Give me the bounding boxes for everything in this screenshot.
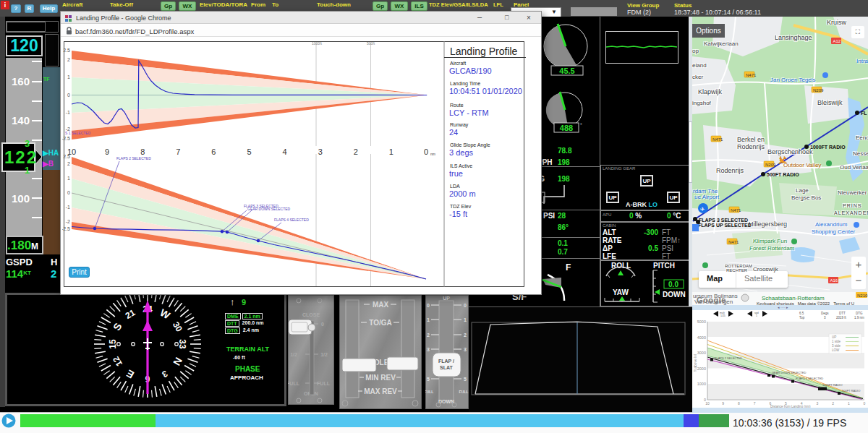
- svg-text:Schaatsbaan-Rotterdam: Schaatsbaan-Rotterdam: [762, 295, 825, 301]
- svg-text:0: 0: [427, 303, 430, 308]
- svg-text:10: 10: [705, 401, 710, 406]
- svg-text:eland: eland: [692, 62, 707, 69]
- svg-text:4: 4: [283, 147, 287, 156]
- svg-text:DOWN: DOWN: [663, 291, 686, 299]
- svg-text:nm: nm: [430, 152, 435, 156]
- svg-text:PRINS: PRINS: [843, 203, 861, 208]
- svg-text:9: 9: [105, 147, 109, 156]
- svg-text:33: 33: [177, 339, 187, 349]
- svg-text:DTG: DTG: [856, 312, 863, 315]
- svg-text:Distance from Landing (nm): Distance from Landing (nm): [770, 405, 811, 408]
- svg-text:1000ft: 1000ft: [312, 41, 323, 46]
- svg-text:Top: Top: [799, 316, 805, 320]
- svg-text:Lansinghage: Lansinghage: [775, 34, 812, 41]
- svg-text:Rodenrijs: Rodenrijs: [716, 167, 744, 174]
- svg-text:FLAPS UP SELECTED: FLAPS UP SELECTED: [698, 223, 752, 228]
- svg-text:ALEXANDER: ALEXANDER: [834, 210, 868, 215]
- svg-text:3: 3: [824, 316, 826, 320]
- svg-text:0: 0: [67, 93, 70, 98]
- svg-text:5000: 5000: [697, 320, 706, 324]
- svg-text:500FT RADIO: 500FT RADIO: [767, 172, 799, 177]
- svg-text:198: 198: [558, 158, 570, 166]
- svg-text:3: 3: [464, 347, 467, 352]
- svg-text:A16: A16: [830, 278, 838, 283]
- svg-text:✈: ✈: [700, 206, 705, 213]
- svg-text:UP: UP: [832, 335, 836, 339]
- svg-text:78.8: 78.8: [558, 147, 572, 155]
- svg-text:500ft: 500ft: [367, 41, 375, 46]
- svg-text:2: 2: [354, 147, 358, 156]
- svg-text:7: 7: [754, 401, 756, 406]
- svg-text:4000: 4000: [697, 335, 706, 340]
- svg-text:N471: N471: [712, 137, 723, 142]
- svg-text:1: 1: [756, 314, 757, 317]
- svg-text:GEAR DOWN SELECTED: GEAR DOWN SELECTED: [247, 207, 291, 211]
- svg-text:3: 3: [427, 347, 430, 352]
- svg-text:3: 3: [160, 369, 169, 380]
- svg-text:-2.5: -2.5: [62, 226, 70, 231]
- svg-text:FLAPS 3 SELECTED: FLAPS 3 SELECTED: [699, 218, 748, 223]
- svg-text:8: 8: [738, 401, 740, 406]
- svg-text:500FT RADIO: 500FT RADIO: [842, 389, 860, 393]
- svg-text:0: 0: [464, 303, 467, 308]
- svg-text:1000FT RADIO: 1000FT RADIO: [810, 145, 846, 150]
- svg-text:PITCH: PITCH: [653, 262, 675, 270]
- svg-text:2: 2: [427, 333, 430, 338]
- svg-text:A12: A12: [833, 39, 841, 43]
- svg-text:2: 2: [67, 57, 70, 62]
- svg-text:FLAPS 2 SELECTED: FLAPS 2 SELECTED: [116, 156, 151, 160]
- svg-text:Eendra: Eendra: [856, 134, 868, 141]
- svg-text:FLAPS 2 SELECTED: FLAPS 2 SELECTED: [715, 356, 742, 360]
- svg-text:45.5: 45.5: [559, 67, 574, 75]
- svg-text:ue Airport: ue Airport: [694, 194, 720, 200]
- svg-text:0: 0: [67, 190, 70, 195]
- svg-text:N210: N210: [857, 293, 868, 298]
- svg-text:6: 6: [211, 147, 216, 156]
- svg-text:FLAP /: FLAP /: [438, 359, 454, 364]
- svg-text:1 side: 1 side: [832, 340, 841, 343]
- svg-text:1/2: 1/2: [320, 352, 328, 357]
- svg-text:Shopping Center: Shopping Center: [812, 228, 855, 235]
- svg-text:15: 15: [108, 339, 118, 349]
- svg-text:FLAPS 4 SELECTED: FLAPS 4 SELECTED: [274, 218, 309, 222]
- svg-text:°: °: [580, 123, 582, 128]
- svg-text:6.5: 6.5: [799, 312, 804, 315]
- svg-text:Degs: Degs: [821, 312, 829, 315]
- svg-text:Berkel en: Berkel en: [737, 136, 765, 143]
- svg-text:Alexandrium: Alexandrium: [815, 221, 848, 228]
- svg-text:N471: N471: [731, 208, 741, 213]
- svg-text:Crooswijk: Crooswijk: [753, 266, 779, 273]
- svg-text:Kruisw: Kruisw: [827, 19, 847, 26]
- svg-text:FULL: FULL: [288, 381, 300, 386]
- svg-text:1: 1: [427, 317, 430, 322]
- svg-text:5: 5: [464, 377, 467, 382]
- svg-text:FULL: FULL: [425, 390, 433, 394]
- svg-text:Oud Verlaa: Oud Verlaa: [840, 164, 868, 171]
- svg-text:0: 0: [424, 147, 428, 156]
- svg-text:Bergse Bos: Bergse Bos: [791, 194, 821, 201]
- svg-text:3 side: 3 side: [832, 344, 841, 348]
- svg-text:-2.5: -2.5: [62, 136, 70, 141]
- svg-text:Outdoor Valley: Outdoor Valley: [783, 162, 821, 168]
- svg-text:MIN REV: MIN REV: [365, 374, 396, 382]
- svg-text:DOWN: DOWN: [438, 399, 454, 404]
- svg-text:-2: -2: [66, 219, 70, 224]
- svg-text:1000FT RADIO: 1000FT RADIO: [822, 383, 843, 387]
- svg-text:30: 30: [171, 320, 184, 334]
- svg-text:-1: -1: [66, 205, 70, 210]
- svg-text:0.0: 0.0: [668, 280, 678, 288]
- svg-text:2019 ft: 2019 ft: [836, 316, 847, 320]
- svg-text:RECHTER: RECHTER: [726, 268, 748, 273]
- svg-text:1: 1: [848, 401, 850, 406]
- svg-text:DTT: DTT: [839, 312, 846, 315]
- svg-text:Intra: Intra: [856, 58, 868, 64]
- svg-text:LOW: LOW: [832, 348, 840, 352]
- svg-text:YAW: YAW: [613, 288, 629, 296]
- svg-text:N471: N471: [728, 240, 739, 244]
- svg-text:S 1 SELECTED: S 1 SELECTED: [65, 131, 91, 135]
- svg-text:7: 7: [176, 147, 180, 156]
- svg-text:N209: N209: [765, 163, 776, 167]
- svg-text:12: 12: [111, 354, 124, 368]
- svg-text:W: W: [158, 306, 172, 322]
- svg-text:5: 5: [427, 377, 430, 382]
